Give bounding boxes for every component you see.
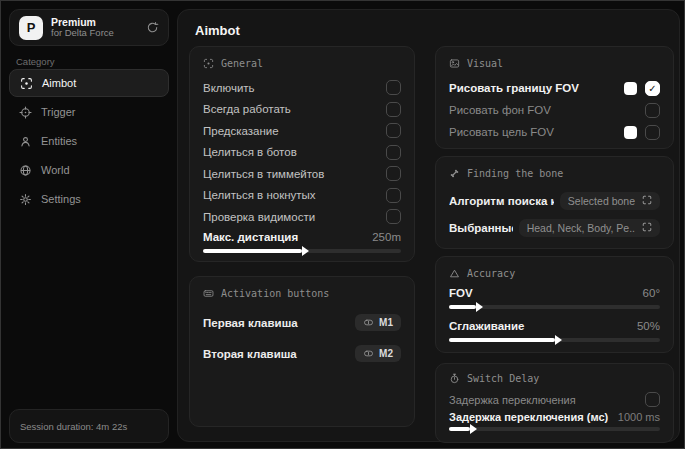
switch-delay-toggle-row[interactable]: Задержка переключения	[449, 388, 660, 411]
checkbox[interactable]	[645, 392, 660, 407]
toggle-label: Целиться в тиммейтов	[203, 168, 324, 180]
sidebar: P Premium for Delta Force Category Aimbo…	[1, 1, 177, 449]
fov-header: FOV 60°	[449, 287, 660, 299]
slider-fill[interactable]	[449, 427, 470, 431]
toggle-label: Целиться в ботов	[203, 146, 297, 158]
checkbox[interactable]	[386, 145, 401, 160]
toggle-label: Всегда работать	[203, 103, 291, 115]
sidebar-menu: Aimbot Trigger Entities World Settings	[9, 69, 169, 214]
section-title: Visual	[467, 58, 503, 69]
fov-slider[interactable]	[449, 305, 660, 309]
slider-fill[interactable]	[203, 249, 302, 253]
slider-fill[interactable]	[449, 305, 476, 309]
mouse-icon	[363, 317, 374, 328]
bone-algorithm-dropdown[interactable]: Selected bone	[560, 192, 660, 210]
app-logo: P	[19, 16, 43, 40]
keybind-value: M2	[379, 348, 393, 359]
sidebar-item-label: Aimbot	[42, 77, 76, 89]
license-subtitle: for Delta Force	[51, 28, 138, 39]
keyboard-icon	[203, 288, 214, 299]
sidebar-item-label: Trigger	[41, 106, 75, 118]
main-panel: Aimbot General Включить Всегда работать …	[177, 9, 680, 442]
slider-label: Задержка переключения (мс)	[449, 411, 608, 423]
dropdown-value: Head, Neck, Body, Pe..	[527, 222, 635, 234]
toggle-label: Включить	[203, 82, 255, 94]
checkbox[interactable]	[645, 103, 660, 118]
toggle-row-target-knocked[interactable]: Целиться в нокнутых	[203, 185, 401, 207]
visual-row-fov-border[interactable]: Рисовать границу FOV	[449, 77, 660, 99]
expand-icon	[642, 195, 652, 207]
toggle-row-target-bots[interactable]: Целиться в ботов	[203, 142, 401, 164]
bone-selected-row: Выбранные кос Head, Neck, Body, Pe..	[449, 214, 660, 241]
switch-delay-slider[interactable]	[449, 427, 660, 431]
dropdown-value: Selected bone	[568, 195, 635, 207]
keybind-label: Вторая клавиша	[203, 348, 297, 360]
checkbox[interactable]	[386, 188, 401, 203]
crosshair-scan-icon	[20, 77, 33, 90]
sidebar-item-aimbot[interactable]: Aimbot	[9, 69, 169, 97]
bone-icon	[449, 168, 460, 179]
color-swatch[interactable]	[624, 82, 637, 95]
toggle-row-prediction[interactable]: Предсказание	[203, 120, 401, 142]
crosshair-icon	[19, 106, 32, 119]
max-distance-header: Макс. дистанция 250m	[203, 231, 401, 243]
sidebar-item-settings[interactable]: Settings	[9, 185, 169, 213]
slider-value: 60°	[643, 287, 660, 299]
smoothing-header: Сглаживание 50%	[449, 320, 660, 332]
keybind-row-secondary: Вторая клавиша M2	[203, 338, 401, 369]
page-title: Aimbot	[195, 23, 240, 38]
section-title: Activation buttons	[221, 288, 329, 299]
section-title: General	[221, 58, 263, 69]
checkbox[interactable]	[645, 81, 660, 96]
checkbox[interactable]	[386, 102, 401, 117]
section-switch-delay: Switch Delay Задержка переключения Задер…	[435, 363, 674, 443]
gear-icon	[19, 193, 32, 206]
slider-value: 250m	[372, 231, 401, 243]
toggle-label: Проверка видимости	[203, 211, 315, 223]
section-title: Switch Delay	[467, 373, 539, 384]
smoothing-slider[interactable]	[449, 338, 660, 342]
dropdown-label: Выбранные кос	[449, 222, 513, 234]
checkbox[interactable]	[386, 209, 401, 224]
slider-label: Сглаживание	[449, 320, 524, 332]
keybind-value: M1	[379, 317, 393, 328]
visual-row-fov-background[interactable]: Рисовать фон FOV	[449, 99, 660, 121]
mouse-icon	[363, 348, 374, 359]
triangle-icon	[449, 268, 460, 279]
image-icon	[449, 58, 460, 69]
toggle-row-enable[interactable]: Включить	[203, 77, 401, 99]
toggle-label: Рисовать цель FOV	[449, 126, 554, 138]
checkbox[interactable]	[386, 166, 401, 181]
keybind-button-primary[interactable]: M1	[355, 314, 401, 331]
entities-icon	[19, 135, 32, 148]
expand-icon	[642, 222, 652, 234]
keybind-label: Первая клавиша	[203, 317, 298, 329]
reload-icon[interactable]	[146, 21, 159, 34]
section-visual-header: Visual	[449, 58, 660, 69]
toggle-row-target-teammates[interactable]: Целиться в тиммейтов	[203, 163, 401, 185]
section-delay-header: Switch Delay	[449, 373, 660, 384]
switch-delay-ms-header: Задержка переключения (мс) 1000 ms	[449, 411, 660, 423]
checkbox[interactable]	[386, 80, 401, 95]
sidebar-item-world[interactable]: World	[9, 156, 169, 184]
slider-value: 1000 ms	[618, 411, 660, 423]
color-swatch[interactable]	[624, 126, 637, 139]
max-distance-slider[interactable]	[203, 249, 401, 253]
sidebar-item-trigger[interactable]: Trigger	[9, 98, 169, 126]
dropdown-label: Алгоритм поиска кост	[449, 195, 554, 207]
sidebar-item-entities[interactable]: Entities	[9, 127, 169, 155]
toggle-row-visibility-check[interactable]: Проверка видимости	[203, 206, 401, 228]
stopwatch-icon	[449, 373, 460, 384]
selected-bones-dropdown[interactable]: Head, Neck, Body, Pe..	[519, 219, 660, 237]
checkbox[interactable]	[386, 123, 401, 138]
visual-row-fov-target[interactable]: Рисовать цель FOV	[449, 121, 660, 143]
toggle-label: Рисовать границу FOV	[449, 82, 579, 94]
keybind-button-secondary[interactable]: M2	[355, 345, 401, 362]
checkbox[interactable]	[645, 125, 660, 140]
slider-value: 50%	[637, 320, 660, 332]
slider-fill[interactable]	[449, 338, 555, 342]
license-card: P Premium for Delta Force	[9, 9, 169, 46]
sidebar-item-label: World	[41, 164, 70, 176]
section-general-header: General	[203, 58, 401, 69]
toggle-row-always-work[interactable]: Всегда работать	[203, 99, 401, 121]
